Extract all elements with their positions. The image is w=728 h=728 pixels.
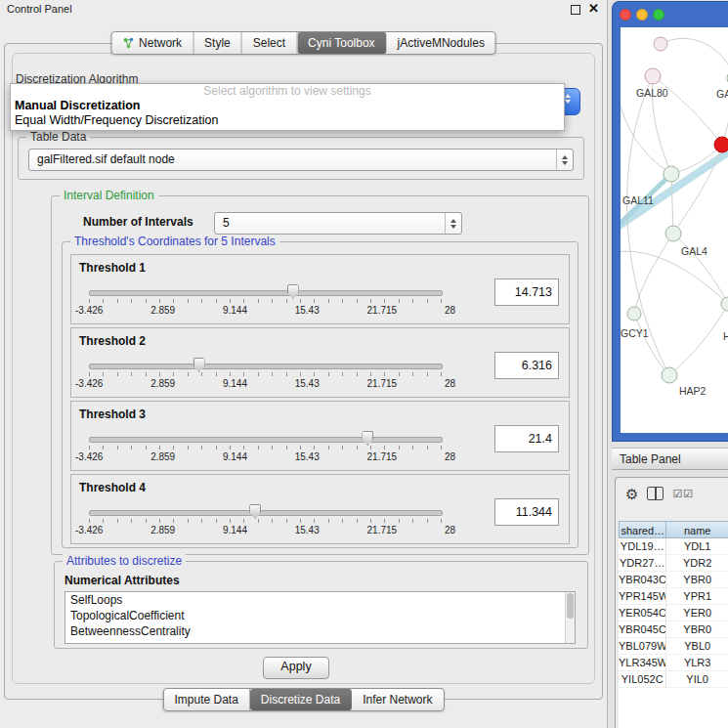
table-row[interactable]: YIL052CYIL0 — [619, 671, 728, 688]
node-label: GCY1 — [621, 327, 649, 339]
table-data-combobox[interactable]: galFiltered.sif default node — [28, 149, 574, 171]
network-node-gal80[interactable] — [645, 68, 661, 84]
slider-ticks — [89, 519, 442, 523]
threshold-slider[interactable] — [89, 437, 443, 443]
table-panel-window: ⚙ ☑☑ shared…name YDL19…YDL1YDR27…YDR2YBR… — [615, 477, 728, 728]
table-body: YDL19…YDL1YDR27…YDR2YBR043CYBR0YPR145WYP… — [619, 538, 728, 688]
table-panel-header[interactable]: Table Panel — [612, 448, 728, 470]
cell-name: YDL1 — [666, 538, 728, 555]
tab-impute-data[interactable]: Impute Data — [163, 689, 249, 710]
network-node-hap2[interactable] — [662, 367, 677, 383]
network-canvas[interactable]: GAL80GAGAL11GAL4GCY1HHAP2 — [621, 27, 728, 433]
tab-discretize-data[interactable]: Discretize Data — [250, 689, 352, 710]
slider-thumb[interactable] — [193, 358, 205, 372]
minimize-icon[interactable] — [636, 9, 648, 21]
tab-style[interactable]: Style — [193, 32, 242, 54]
scale-tick-label: -3.426 — [75, 525, 103, 535]
tab-infer-network[interactable]: Infer Network — [352, 689, 443, 710]
column-header-name[interactable]: name — [666, 521, 728, 538]
tab-select[interactable]: Select — [242, 32, 297, 54]
close-window-button[interactable]: ✕ — [588, 1, 599, 16]
table-row[interactable]: YPR145WYPR1 — [619, 588, 728, 605]
attribute-item-selfloops[interactable]: SelfLoops — [65, 592, 575, 608]
threshold-label: Threshold 4 — [79, 481, 146, 494]
threshold-panel-1: Threshold 1-3.4262.8599.14415.4321.71528… — [70, 254, 570, 324]
cell-shared-name: YPR145W — [619, 588, 666, 605]
number-of-intervals-combobox[interactable]: 5 — [214, 212, 462, 235]
slider-thumb[interactable] — [287, 284, 299, 299]
threshold-slider[interactable] — [89, 290, 443, 296]
combo-stepper-icon[interactable] — [445, 213, 461, 234]
table-data-combobox-value: galFiltered.sif default node — [37, 150, 175, 170]
popup-placeholder: Select algorithm to view settings — [11, 84, 564, 99]
close-icon[interactable] — [620, 9, 631, 21]
algorithm-option-manual-discretization[interactable]: Manual Discretization — [11, 99, 564, 113]
slider-thumb[interactable] — [362, 431, 373, 446]
tab-jactivemnodules[interactable]: jActiveMNodules — [387, 32, 495, 54]
table-row[interactable]: YBL079WYBL0 — [619, 638, 728, 655]
gear-icon[interactable]: ⚙ — [625, 487, 638, 501]
top-tab-row: NetworkStyleSelectCyni ToolboxjActiveMNo… — [110, 31, 496, 55]
scale-tick-label: 15.43 — [295, 525, 320, 535]
node-label: GAL80 — [636, 87, 668, 99]
threshold-slider[interactable] — [89, 364, 443, 369]
scale-tick-label: 9.144 — [223, 305, 247, 316]
cell-name: YBR0 — [666, 621, 728, 638]
select-columns-icon[interactable]: ☑☑ — [672, 488, 694, 500]
slider-scale: -3.4262.8599.14415.4321.71528 — [75, 305, 455, 316]
apply-button[interactable]: Apply — [263, 657, 329, 679]
tab-label: Style — [204, 36, 231, 50]
slider-scale: -3.4262.8599.14415.4321.71528 — [75, 378, 455, 389]
table-row[interactable]: YBR045CYBR0 — [619, 621, 728, 638]
table-row[interactable]: YLR345WYLR3 — [619, 655, 728, 671]
window-title: Control Panel — [7, 3, 72, 15]
threshold-value-field[interactable]: 6.316 — [494, 352, 559, 379]
column-header-shared[interactable]: shared… — [619, 521, 666, 538]
table-row[interactable]: YBR043CYBR0 — [619, 572, 728, 588]
algorithm-option-equal-width-frequency-discretization[interactable]: Equal Width/Frequency Discretization — [11, 113, 564, 128]
slider-scale: -3.4262.8599.14415.4321.71528 — [75, 525, 455, 535]
combo-stepper-icon[interactable] — [556, 150, 573, 170]
table-row[interactable]: YDL19…YDL1 — [619, 538, 728, 555]
threshold-slider[interactable] — [89, 510, 443, 516]
slider-thumb[interactable] — [249, 504, 261, 519]
network-node[interactable] — [654, 37, 667, 51]
table-row[interactable]: YER054CYER0 — [619, 605, 728, 621]
slider-ticks — [89, 299, 442, 303]
attribute-item-betweennesscentrality[interactable]: BetweennessCentrality — [65, 623, 575, 639]
attribute-item-topologicalcoefficient[interactable]: TopologicalCoefficient — [65, 608, 575, 623]
table-header-row: shared…name — [619, 521, 728, 538]
cell-shared-name: YBR043C — [619, 572, 666, 588]
scale-tick-label: 2.859 — [150, 305, 175, 316]
listbox-scrollbar[interactable] — [565, 592, 575, 643]
network-node[interactable] — [714, 137, 728, 152]
cell-shared-name: YDL19… — [619, 538, 666, 555]
threshold-value-field[interactable]: 14.713 — [494, 278, 559, 306]
number-of-intervals-label: Number of Intervals — [83, 215, 193, 229]
zoom-icon[interactable] — [653, 9, 664, 21]
attribute-items: SelfLoopsTopologicalCoefficientBetweenne… — [65, 592, 575, 639]
node-label: GAL11 — [622, 194, 654, 206]
threshold-value-field[interactable]: 11.344 — [494, 498, 559, 526]
columns-icon[interactable] — [647, 487, 664, 500]
scale-tick-label: 21.715 — [367, 451, 398, 462]
tab-network[interactable]: Network — [111, 32, 193, 54]
table-row[interactable]: YDR27…YDR2 — [619, 555, 728, 572]
network-node-gcy1[interactable] — [627, 307, 641, 321]
network-node-gal4[interactable] — [665, 226, 681, 241]
scrollbar-thumb[interactable] — [567, 593, 574, 619]
attributes-listbox[interactable]: SelfLoopsTopologicalCoefficientBetweenne… — [64, 591, 576, 644]
numerical-attributes-label: Numerical Attributes — [64, 574, 180, 587]
network-node-gal11[interactable] — [664, 166, 679, 182]
slider-scale: -3.4262.8599.14415.4321.71528 — [75, 451, 455, 462]
cell-name: YDR2 — [666, 555, 728, 572]
scale-tick-label: 21.715 — [367, 525, 398, 535]
threshold-value-field[interactable]: 21.4 — [494, 425, 559, 452]
network-icon — [122, 37, 134, 49]
tab-cyni-toolbox[interactable]: Cyni Toolbox — [297, 32, 386, 54]
stepper-down-icon — [565, 100, 571, 104]
scale-tick-label: 2.859 — [150, 451, 175, 462]
float-window-button[interactable] — [571, 5, 580, 15]
scale-tick-label: 28 — [445, 525, 455, 535]
cell-name: YPR1 — [666, 588, 728, 605]
